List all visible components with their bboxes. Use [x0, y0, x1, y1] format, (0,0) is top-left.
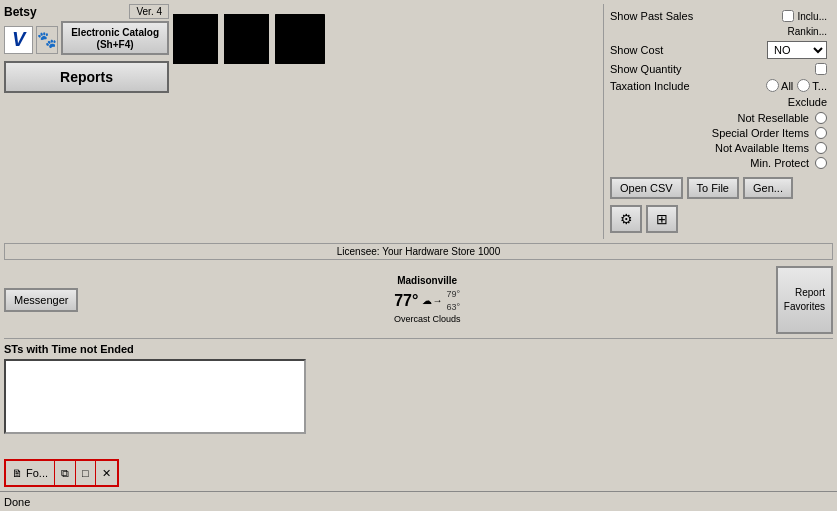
- ranking-label: Rankin...: [788, 26, 827, 37]
- weather-temp: 77°: [394, 290, 418, 312]
- report-favorites-button[interactable]: Report Favorites: [776, 266, 833, 334]
- special-order-items-label: Special Order Items: [712, 127, 809, 139]
- taskbar-minimize-button[interactable]: □: [76, 461, 96, 485]
- show-past-sales-checkbox[interactable]: [782, 10, 794, 22]
- open-csv-button[interactable]: Open CSV: [610, 177, 683, 199]
- taskbar-item-main[interactable]: 🗎 Fo...: [6, 461, 55, 485]
- include-label: Inclu...: [798, 11, 827, 22]
- st-section-title: STs with Time not Ended: [4, 343, 306, 355]
- version-badge: Ver. 4: [129, 4, 169, 19]
- weather-condition: Overcast Clouds: [82, 313, 771, 326]
- not-resellable-label: Not Resellable: [737, 112, 809, 124]
- close-icon: ✕: [102, 467, 111, 480]
- taskbar-item-label: Fo...: [26, 467, 48, 479]
- app-name: Betsy: [4, 5, 37, 19]
- reports-button[interactable]: Reports: [4, 61, 169, 93]
- show-quantity-label: Show Quantity: [610, 63, 682, 75]
- weather-icon: ☁→: [422, 294, 442, 308]
- taskbar-grouped-items[interactable]: 🗎 Fo... ⧉ □ ✕: [4, 459, 119, 487]
- shape-square-2: [224, 14, 269, 64]
- taskbar-close-button[interactable]: ✕: [96, 461, 117, 485]
- weather-high: 79°: [446, 288, 460, 301]
- shape-square-1: [173, 14, 218, 64]
- taxation-t-radio[interactable]: [797, 79, 810, 92]
- minimize-icon: □: [82, 467, 89, 479]
- exclude-label: Exclude: [788, 96, 827, 108]
- show-cost-label: Show Cost: [610, 44, 663, 56]
- show-past-sales-label: Show Past Sales: [610, 10, 693, 22]
- to-file-button[interactable]: To File: [687, 177, 739, 199]
- show-quantity-checkbox[interactable]: [815, 63, 827, 75]
- show-cost-dropdown[interactable]: NO YES: [767, 41, 827, 59]
- messenger-button[interactable]: Messenger: [4, 288, 78, 312]
- min-protect-radio[interactable]: [815, 157, 827, 169]
- shape-circle: [275, 14, 325, 64]
- settings-icon-button[interactable]: ⚙: [610, 205, 642, 233]
- taskbar-copy-icon-button[interactable]: ⧉: [55, 461, 76, 485]
- taskbar-file-icon: 🗎: [12, 467, 23, 479]
- logo-v-icon: V: [4, 26, 33, 54]
- weather-city: Madisonville: [82, 274, 771, 288]
- not-available-items-label: Not Available Items: [715, 142, 809, 154]
- special-order-items-radio[interactable]: [815, 127, 827, 139]
- weather-low: 63°: [446, 301, 460, 314]
- licensee-bar: Licensee: Your Hardware Store 1000: [4, 243, 833, 260]
- min-protect-label: Min. Protect: [750, 157, 809, 169]
- taxation-include-label: Taxation Include: [610, 80, 690, 92]
- generate-button[interactable]: Gen...: [743, 177, 793, 199]
- not-available-items-radio[interactable]: [815, 142, 827, 154]
- logo-animal-icon: 🐾: [36, 26, 58, 54]
- weather-widget: Madisonville 77° ☁→ 79° 63° Overcast Clo…: [82, 274, 771, 326]
- grid-icon-button[interactable]: ⊞: [646, 205, 678, 233]
- taxation-all-radio[interactable]: [766, 79, 779, 92]
- st-content-area: [4, 359, 306, 434]
- status-text: Done: [4, 496, 30, 508]
- not-resellable-radio[interactable]: [815, 112, 827, 124]
- copy-icon: ⧉: [61, 467, 69, 480]
- electronic-catalog-button[interactable]: Electronic Catalog (Sh+F4): [61, 21, 169, 55]
